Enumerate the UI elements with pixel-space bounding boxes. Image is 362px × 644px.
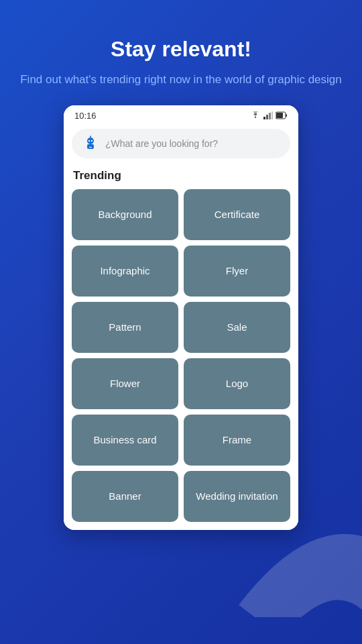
svg-rect-6 — [286, 114, 287, 117]
status-icons — [250, 111, 288, 119]
trending-item-label: Certificate — [215, 208, 260, 221]
trending-item-label: Infographic — [100, 264, 149, 278]
trending-item[interactable]: Pattern — [72, 302, 178, 353]
robot-icon — [82, 136, 99, 152]
search-bar-container: ¿What are you looking for? — [64, 125, 298, 166]
header-section: Stay relevant! Find out what's trending … — [0, 0, 362, 105]
trending-label: Trending — [72, 169, 290, 182]
search-placeholder-text: ¿What are you looking for? — [105, 138, 280, 149]
svg-rect-0 — [263, 117, 265, 119]
trending-item-label: Wedding invitation — [196, 490, 278, 503]
wifi-icon — [250, 111, 261, 119]
page-title: Stay relevant! — [20, 37, 342, 62]
trending-item[interactable]: Flyer — [184, 246, 290, 297]
trending-item[interactable]: Sale — [184, 302, 290, 353]
trending-item-label: Frame — [223, 433, 251, 447]
trending-item[interactable]: Frame — [184, 415, 290, 466]
page-subtitle: Find out what's trending right now in th… — [20, 71, 342, 89]
signal-icon — [263, 111, 273, 119]
trending-item-label: Background — [98, 208, 152, 221]
trending-item-label: Pattern — [109, 321, 141, 334]
status-bar: 10:16 — [64, 105, 298, 125]
trending-item[interactable]: Banner — [72, 471, 178, 522]
svg-rect-2 — [269, 113, 271, 119]
trending-item-label: Logo — [226, 377, 248, 390]
svg-rect-5 — [276, 113, 283, 118]
trending-item[interactable]: Background — [72, 189, 178, 240]
trending-item[interactable]: Flower — [72, 358, 178, 409]
trending-item-label: Flyer — [226, 264, 248, 278]
trending-section: Trending BackgroundCertificateInfographi… — [64, 166, 298, 530]
svg-rect-11 — [89, 147, 92, 148]
svg-point-7 — [87, 138, 94, 144]
phone-mockup: 10:16 — [64, 105, 298, 530]
trending-item-label: Flower — [110, 377, 140, 390]
time-display: 10:16 — [74, 111, 97, 121]
svg-point-10 — [91, 140, 93, 141]
svg-rect-8 — [87, 144, 94, 149]
trending-item-label: Banner — [109, 490, 141, 503]
trending-item[interactable]: Wedding invitation — [184, 471, 290, 522]
svg-rect-3 — [272, 111, 273, 119]
trending-item-label: Sale — [227, 321, 247, 334]
svg-rect-1 — [266, 115, 268, 119]
trending-item[interactable]: Certificate — [184, 189, 290, 240]
svg-point-13 — [90, 136, 91, 137]
search-bar[interactable]: ¿What are you looking for? — [72, 129, 290, 158]
svg-point-9 — [88, 140, 90, 141]
trending-item[interactable]: Business card — [72, 415, 178, 466]
battery-icon — [276, 111, 288, 119]
trending-item[interactable]: Infographic — [72, 246, 178, 297]
trending-item[interactable]: Logo — [184, 358, 290, 409]
trending-item-label: Business card — [93, 433, 156, 447]
trending-grid: BackgroundCertificateInfographicFlyerPat… — [72, 189, 290, 522]
